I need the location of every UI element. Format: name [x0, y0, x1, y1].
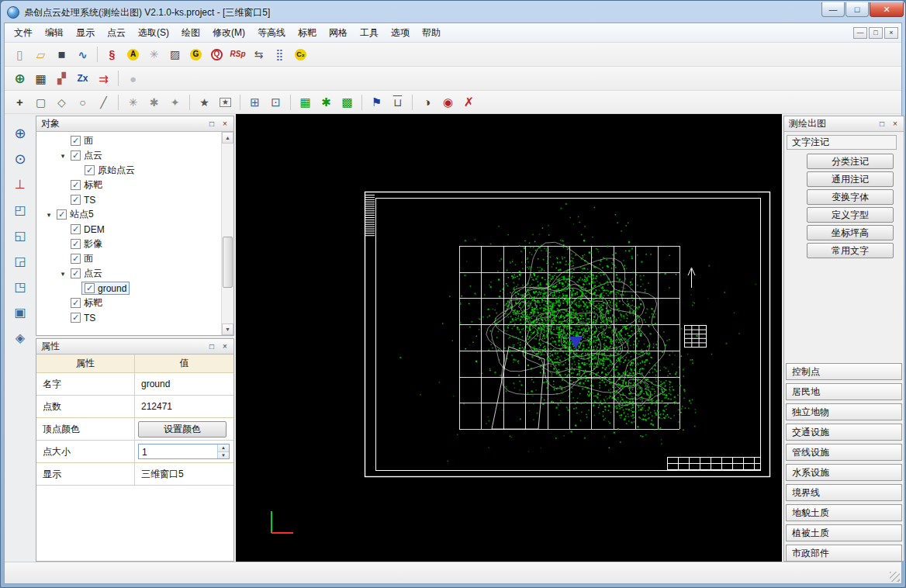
point-mark3-icon[interactable]: ✦ [164, 92, 185, 112]
flag-icon[interactable]: ⚑ [366, 92, 387, 112]
tree-item-dem[interactable]: ✓ DEM [36, 222, 221, 237]
save-icon[interactable]: ◼ [51, 45, 72, 64]
checkbox[interactable]: ✓ [71, 180, 81, 190]
chart-icon[interactable]: ▞ [51, 69, 72, 88]
water-facilities-bar[interactable]: 水系设施 [786, 464, 902, 481]
scroll-thumb[interactable] [223, 237, 233, 288]
view-left-icon[interactable]: ◲ [9, 251, 31, 272]
transport-facilities-bar[interactable]: 交通设施 [786, 424, 902, 441]
define-fontstyle-button[interactable]: 定义字型 [807, 207, 894, 223]
boundary-lines-bar[interactable]: 境界线 [786, 484, 902, 501]
polygon-select-icon[interactable]: ◇ [51, 92, 72, 112]
menu-file[interactable]: 文件 [8, 24, 39, 42]
tree-item-pointcloud2[interactable]: ▾ ✓ 点云 [36, 266, 221, 281]
tree-item-ground[interactable]: ✓ ground [36, 281, 221, 296]
menu-target[interactable]: 标靶 [292, 24, 323, 42]
point-mark-icon[interactable]: ✳ [123, 92, 144, 112]
pipeline-facilities-bar[interactable]: 管线设施 [786, 444, 902, 461]
star-box-icon[interactable]: ★ [215, 92, 236, 112]
spline-icon[interactable]: § [102, 45, 123, 64]
view-top-icon[interactable]: ◰ [9, 200, 31, 220]
scroll-down-icon[interactable]: ▼ [222, 323, 233, 335]
checkbox[interactable]: ✓ [85, 165, 95, 175]
view-iso-icon[interactable]: ▣ [9, 303, 31, 323]
set-color-button[interactable]: 设置颜色 [138, 421, 226, 438]
menu-draw[interactable]: 绘图 [175, 24, 206, 42]
menu-modify[interactable]: 修改(M) [206, 24, 251, 42]
new-file-icon[interactable]: ▯ [9, 45, 30, 64]
label-c2-icon[interactable]: C₂ [290, 45, 311, 64]
checkbox[interactable]: ✓ [57, 209, 67, 220]
float-panel-icon[interactable]: □ [206, 119, 217, 130]
mdi-restore-button[interactable]: □ [869, 27, 883, 39]
frame-grid2-icon[interactable]: ⊡ [265, 92, 286, 112]
resize-grip[interactable] [890, 572, 900, 582]
tree-item-surface[interactable]: ✓ 面 [36, 133, 221, 148]
tree-item-surface2[interactable]: ✓ 面 [36, 251, 221, 266]
pick-cursor-icon[interactable]: + [9, 92, 30, 112]
green-grid-icon[interactable]: ▦ [295, 92, 316, 112]
frame-grid-icon[interactable]: ⊞ [244, 92, 265, 112]
view-back-icon[interactable]: ◈ [9, 328, 31, 348]
tree-item-image[interactable]: ✓ 影像 [36, 237, 221, 251]
red-circle-icon[interactable]: ◉ [437, 92, 458, 112]
checkbox[interactable]: ✓ [71, 150, 81, 161]
close-panel-icon[interactable]: × [890, 119, 901, 130]
checkbox[interactable]: ✓ [85, 283, 95, 293]
text-annotation-tab[interactable]: 文字注记 [787, 135, 897, 150]
tree-item-pointcloud[interactable]: ▾ ✓ 点云 [36, 148, 221, 163]
checkbox[interactable]: ✓ [71, 195, 81, 205]
residential-bar[interactable]: 居民地 [786, 383, 902, 400]
traverse-icon[interactable]: ⇆ [248, 45, 269, 64]
mdi-minimize-button[interactable]: — [853, 27, 867, 39]
classified-annotation-button[interactable]: 分类注记 [807, 154, 894, 169]
viewport-canvas[interactable] [236, 114, 782, 563]
objects-panel-header[interactable]: 对象 □ × [36, 116, 233, 132]
menu-pointcloud[interactable]: 点云 [101, 24, 132, 42]
spin-down-icon[interactable]: ▼ [218, 452, 229, 459]
tree-item-ts[interactable]: ✓ TS [36, 192, 221, 207]
point-mark2-icon[interactable]: ✱ [144, 92, 164, 112]
tree-item-target[interactable]: ✓ 标靶 [36, 178, 221, 192]
level-arrows-icon[interactable]: ⇉ [93, 69, 114, 88]
independent-features-bar[interactable]: 独立地物 [786, 403, 902, 420]
close-button[interactable]: ✕ [870, 2, 904, 17]
checkbox[interactable]: ✓ [71, 136, 81, 146]
close-panel-icon[interactable]: × [220, 119, 230, 130]
tree-item-station5[interactable]: ▾ ✓ 站点5 [36, 207, 221, 222]
properties-panel-header[interactable]: 属性 □ × [36, 339, 233, 355]
checkbox[interactable]: ✓ [71, 268, 81, 278]
open-folder-icon[interactable]: ▱ [30, 45, 51, 64]
control-points-bar[interactable]: 控制点 [786, 363, 902, 380]
table-icon[interactable]: ▦ [30, 69, 51, 88]
green-grid2-icon[interactable]: ▩ [337, 92, 358, 112]
view-right-icon[interactable]: ◳ [9, 277, 31, 297]
label-g-icon[interactable]: G [185, 45, 206, 64]
menu-edit[interactable]: 编辑 [39, 24, 70, 42]
label-q-icon[interactable]: Q [206, 45, 227, 64]
tree-scrollbar[interactable]: ▲ ▼ [221, 132, 233, 335]
checkbox[interactable]: ✓ [71, 239, 81, 249]
menu-display[interactable]: 显示 [70, 24, 101, 42]
expander-icon[interactable]: ▾ [58, 152, 67, 160]
trash-icon[interactable]: ⊔ [387, 92, 408, 112]
common-text-button[interactable]: 常用文字 [807, 243, 894, 258]
spin-up-icon[interactable]: ▲ [218, 444, 229, 452]
circle-select-icon[interactable]: ○ [72, 92, 93, 112]
scroll-track[interactable] [222, 144, 233, 323]
vegetation-soil-bar[interactable]: 植被土质 [786, 524, 902, 541]
green-star-icon[interactable]: ✱ [316, 92, 337, 112]
menu-options[interactable]: 选项 [385, 24, 416, 42]
viewport-3d[interactable] [236, 114, 782, 563]
checkbox[interactable]: ✓ [71, 254, 81, 264]
mdi-close-button[interactable]: × [884, 27, 898, 39]
hatch-icon[interactable]: ▨ [164, 45, 185, 64]
landform-soil-bar[interactable]: 地貌土质 [786, 504, 902, 521]
menu-select[interactable]: 选取(S) [132, 24, 175, 42]
rsp-icon[interactable]: RSp [227, 45, 248, 64]
checkbox[interactable]: ✓ [71, 224, 81, 234]
point-burst-icon[interactable]: ✳ [144, 45, 164, 64]
tree-item-ts2[interactable]: ✓ TS [36, 310, 221, 325]
mapping-panel-header[interactable]: 测绘出图 □ × [784, 116, 904, 132]
label-a-icon[interactable]: A [123, 45, 144, 64]
